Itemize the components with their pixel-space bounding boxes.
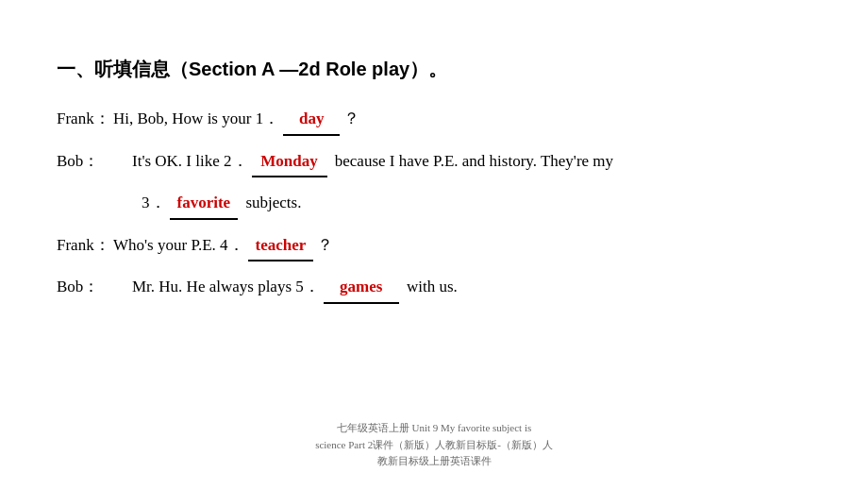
dialogue-continuation-bob: 3．favorite subjects. (57, 189, 811, 220)
dialogue-line-bob-1: Bob： It's OK. I like 2．Monday because I … (57, 147, 811, 178)
line-bob-1: It's OK. I like 2．Monday because I have … (113, 147, 811, 178)
footer-line2: science Part 2课件（新版）人教新目标版-（新版）人 (315, 439, 553, 450)
speaker-bob-1: Bob： (57, 147, 113, 177)
line-bob-2: Mr. Hu. He always plays 5．games with us. (113, 273, 811, 304)
answer-1: day (283, 105, 340, 136)
dialogue-line-frank-1: Frank： Hi, Bob, How is your 1．day？ (57, 105, 811, 136)
line-frank-1: Hi, Bob, How is your 1．day？ (113, 105, 811, 136)
answer-4: teacher (248, 231, 314, 262)
footer: 七年级英语上册 Unit 9 My favorite subject is sc… (315, 420, 553, 470)
dialogue-line-frank-2: Frank： Who's your P.E. 4．teacher？ (57, 231, 811, 262)
speaker-bob-2: Bob： (57, 273, 113, 302)
speaker-frank-1: Frank： (57, 105, 113, 134)
title-english: Section A —2d Role play (189, 59, 409, 79)
answer-3: favorite (170, 189, 239, 220)
page-container: 一、听填信息（Section A —2d Role play）。 Frank： … (0, 0, 868, 489)
dialogue-line-bob-2: Bob： Mr. Hu. He always plays 5．games wit… (57, 273, 811, 304)
title-chinese: 一、听填信息（ (57, 59, 189, 79)
section-title: 一、听填信息（Section A —2d Role play）。 (57, 57, 811, 82)
answer-2: Monday (252, 147, 327, 178)
line-frank-2: Who's your P.E. 4．teacher？ (113, 231, 811, 262)
continuation-content: 3．favorite subjects. (142, 189, 301, 220)
speaker-frank-2: Frank： (57, 231, 113, 261)
footer-line1: 七年级英语上册 Unit 9 My favorite subject is (337, 422, 532, 433)
answer-5: games (324, 273, 399, 304)
title-end: ）。 (409, 59, 447, 79)
footer-line3: 教新目标级上册英语课件 (377, 455, 492, 466)
